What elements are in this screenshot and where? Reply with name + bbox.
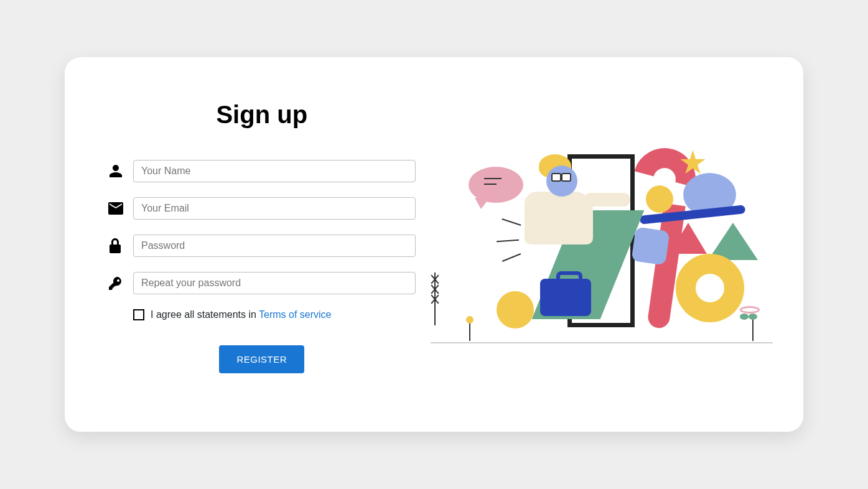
password-input[interactable] [133,235,416,257]
agree-prefix: I agree all statements in [151,309,259,320]
email-input[interactable] [133,197,416,220]
terms-of-service-link[interactable]: Terms of service [259,309,331,320]
page-title: Sign up [108,101,416,129]
register-button[interactable]: Register [219,345,304,373]
illustration-section [434,95,760,394]
form-section: Sign up [108,95,434,394]
agree-row: I agree all statements in Terms of servi… [108,309,416,320]
user-icon [108,164,133,179]
envelope-icon [108,202,133,215]
agree-checkbox[interactable] [133,309,144,320]
signup-card: Sign up [65,57,803,432]
key-icon [108,276,133,291]
repeat-password-row [108,272,416,294]
name-input[interactable] [133,160,416,182]
password-row [108,235,416,257]
agree-label: I agree all statements in Terms of servi… [151,309,332,320]
signup-illustration [434,148,760,341]
lock-icon [108,238,133,253]
name-row [108,160,416,182]
email-row [108,197,416,220]
repeat-password-input[interactable] [133,272,416,294]
